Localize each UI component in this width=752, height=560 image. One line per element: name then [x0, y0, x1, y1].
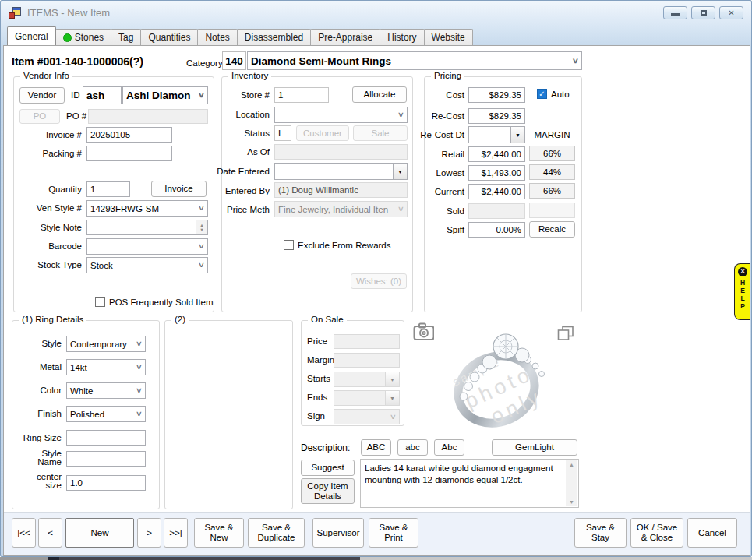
maximize-button[interactable]: [691, 6, 715, 19]
abc-titlecase-button[interactable]: Abc: [434, 439, 464, 456]
calendar-dropdown-icon[interactable]: ▼: [393, 164, 407, 179]
retail-field[interactable]: $2,440.00: [468, 146, 525, 162]
sale-margin-field: [334, 353, 400, 368]
copy-photo-icon[interactable]: [557, 326, 574, 341]
gemlight-button[interactable]: GemLight: [492, 439, 577, 456]
supervisor-button[interactable]: Supervisor: [312, 518, 364, 548]
auto-checkbox[interactable]: ✓: [537, 89, 547, 99]
scroll-up-icon[interactable]: ▲: [569, 462, 574, 467]
chevron-down-icon: ∨: [397, 206, 404, 213]
lowest-field[interactable]: $1,493.00: [468, 165, 525, 181]
packing-number-field[interactable]: [86, 146, 172, 161]
store-label: Store #: [241, 90, 270, 100]
invoice-button[interactable]: Invoice: [151, 181, 207, 197]
record-last-button[interactable]: >>|: [164, 518, 188, 548]
location-label: Location: [236, 110, 270, 119]
metal-dropdown[interactable]: 14kt∨: [66, 359, 146, 375]
save-and-new-button[interactable]: Save & New: [194, 518, 244, 548]
cost-field[interactable]: $829.35: [468, 87, 525, 103]
tab-website[interactable]: Website: [424, 29, 473, 45]
ven-style-dropdown[interactable]: 14293FRWG-SM∨: [86, 200, 208, 217]
finish-dropdown[interactable]: Polished∨: [66, 406, 146, 422]
abc-lowercase-button[interactable]: abc: [397, 439, 428, 456]
style-note-spinner[interactable]: ▲▼: [196, 220, 208, 235]
recost-label: Re-Cost: [432, 111, 464, 121]
invoice-number-label: Invoice #: [46, 130, 82, 139]
invoice-number-field[interactable]: 20250105: [86, 127, 172, 143]
calendar-dropdown-icon[interactable]: ▼: [510, 127, 524, 143]
description-textarea[interactable]: Ladies 14 karat white gold diamond engag…: [360, 459, 579, 508]
description-text: Ladies 14 karat white gold diamond engag…: [365, 463, 563, 486]
spiff-field[interactable]: 0.00%: [468, 222, 525, 238]
sale-price-label: Price: [307, 336, 327, 346]
chevron-down-icon: ∨: [136, 387, 143, 394]
sale-margin-label: Margin: [307, 355, 334, 365]
scroll-down-icon[interactable]: ▼: [569, 499, 574, 505]
record-first-button[interactable]: |<<: [12, 518, 36, 548]
save-and-stay-button[interactable]: Save & Stay: [574, 518, 627, 548]
sale-starts-label: Starts: [307, 374, 330, 383]
allocate-button[interactable]: Allocate: [352, 86, 407, 103]
center-size-field[interactable]: 1.0: [66, 475, 146, 491]
suggest-button[interactable]: Suggest: [301, 460, 355, 476]
vendor-id-field[interactable]: ash: [83, 86, 122, 104]
tab-general[interactable]: General: [7, 26, 56, 45]
tab-tag[interactable]: Tag: [111, 29, 141, 45]
category-dropdown[interactable]: Diamond Semi-Mount Rings∨: [247, 51, 582, 70]
minimize-button[interactable]: [663, 6, 687, 19]
tab-disassembled[interactable]: Disassembled: [237, 29, 311, 45]
tab-stones[interactable]: Stones: [55, 29, 111, 45]
quantity-field[interactable]: 1: [86, 181, 130, 197]
status-field[interactable]: I: [274, 125, 291, 141]
exclude-rewards-label: Exclude From Rewards: [298, 241, 391, 250]
retail-label: Retail: [442, 150, 464, 159]
cancel-button[interactable]: Cancel: [687, 518, 737, 548]
copy-item-details-button[interactable]: Copy Item Details: [301, 478, 355, 504]
style-note-field[interactable]: [86, 220, 196, 235]
stock-type-dropdown[interactable]: Stock∨: [86, 257, 208, 273]
vendor-name-dropdown[interactable]: Ashi Diamon∨: [122, 86, 208, 104]
sale-starts-picker: ▼: [334, 372, 400, 387]
abc-uppercase-button[interactable]: ABC: [361, 439, 391, 456]
ring-size-field[interactable]: [66, 430, 146, 446]
vendor-button[interactable]: Vendor: [19, 87, 65, 104]
current-field[interactable]: $2,440.00: [468, 184, 525, 199]
save-and-print-button[interactable]: Save & Print: [369, 518, 418, 548]
description-scrollbar[interactable]: ▲ ▼: [566, 460, 577, 506]
entered-by-field: (1) Doug Willimantic: [274, 182, 408, 198]
exclude-rewards-checkbox[interactable]: [284, 240, 294, 250]
record-new-button[interactable]: New: [65, 518, 134, 548]
pos-frequently-sold-checkbox[interactable]: [95, 297, 105, 307]
camera-icon[interactable]: [413, 322, 435, 341]
location-dropdown[interactable]: ∨: [274, 107, 408, 123]
item-photo[interactable]: sample photo only: [434, 321, 556, 431]
category-code-field[interactable]: 140: [222, 51, 246, 70]
recost-field[interactable]: $829.35: [468, 108, 525, 124]
tab-notes[interactable]: Notes: [197, 29, 237, 45]
style-name-field[interactable]: [66, 451, 146, 467]
store-field[interactable]: 1: [274, 87, 329, 103]
ok-save-close-button[interactable]: OK / Save & Close: [630, 518, 683, 548]
date-entered-picker[interactable]: ▼: [274, 163, 408, 180]
help-tab[interactable]: ✕ H E L P: [734, 263, 750, 320]
current-margin-box: 66%: [529, 183, 575, 199]
close-button[interactable]: ✕: [719, 6, 743, 19]
color-dropdown[interactable]: White∨: [66, 382, 146, 399]
record-prev-button[interactable]: <: [38, 518, 62, 548]
recost-dt-picker[interactable]: ▼: [468, 126, 525, 143]
record-next-button[interactable]: >: [137, 518, 161, 548]
tab-history[interactable]: History: [380, 29, 424, 45]
save-and-duplicate-button[interactable]: Save & Duplicate: [248, 518, 305, 548]
tab-pre-appraise[interactable]: Pre-Appraise: [310, 29, 380, 45]
title-bar[interactable]: ITEMS - New Item ✕: [1, 1, 751, 26]
sold-margin-box: [529, 203, 575, 218]
finish-label: Finish: [37, 409, 62, 418]
tab-quantities[interactable]: Quantities: [140, 29, 198, 45]
help-icon: ✕: [738, 267, 747, 276]
barcode-dropdown[interactable]: ∨: [86, 238, 208, 255]
recalc-button[interactable]: Recalc: [529, 221, 575, 238]
metal-label: Metal: [40, 362, 62, 372]
auto-label: Auto: [551, 90, 570, 99]
barcode-label: Barcode: [48, 241, 82, 251]
ring-style-dropdown[interactable]: Contemporary∨: [66, 336, 146, 352]
